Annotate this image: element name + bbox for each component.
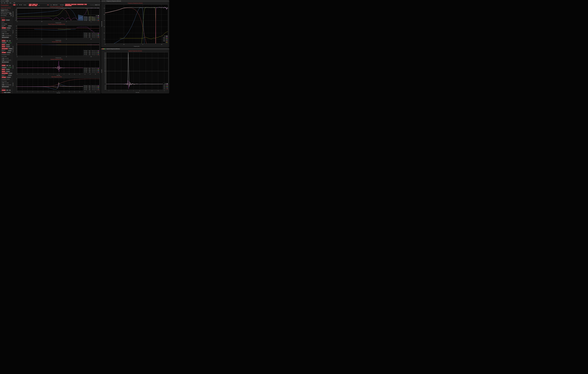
smoothing-select[interactable]: None▼ (95, 4, 100, 5)
maximize-button[interactable] (105, 48, 105, 49)
minimize-button[interactable] (2, 1, 3, 1)
view-step[interactable]: Step (34, 5, 37, 6)
legend-item-fir-filter-1-delay-7-99-ms-2-72-m-[interactable]: FIR Filter 1 - delay ~7.99 ms (2.72 m) (84, 20, 99, 21)
mode-fir[interactable]: FIR (13, 4, 16, 6)
menu-help[interactable]: Help (10, 2, 11, 3)
legend-item-driver-4[interactable]: Driver 4 (163, 84, 168, 86)
driver-3-all-button[interactable]: All (9, 65, 11, 66)
toggle-unwrap-phase[interactable]: Unwrap Phase (77, 4, 84, 5)
legend-item-fir-filter-2-delay-7-94-ms-2-70-m-[interactable]: FIR Filter 2 - delay ~7.94 ms (2.70 m) (84, 53, 99, 54)
legend-item-driver-1[interactable]: Driver 1 (163, 88, 168, 89)
driver-1-iir-filters-button[interactable]: IIR Filters (2, 27, 6, 29)
driver-2-fir-hp-configure-button[interactable]: Configure (6, 46, 10, 47)
driver-2-enabled-button[interactable]: Enabled (2, 40, 6, 42)
driver-2-fir-lp-button[interactable]: FIR LP (2, 44, 5, 45)
legend-item-fir-filter-4-delay-7-96-ms-2-71-m-[interactable]: FIR Filter 4 - delay ~7.96 ms (2.71 m) (84, 85, 99, 87)
window-controls[interactable] (1, 1, 4, 1)
angle-select[interactable]: 0°▼ (53, 4, 58, 5)
legend-item-fir-filter-3-delay-7-94-ms-2-70-m-[interactable]: FIR Filter 3 - delay ~7.94 ms (2.70 m) (84, 87, 99, 88)
view-thd[interactable]: THD (37, 5, 40, 6)
legend-item-fir-filter-4-delay-7-96-ms-2-71-m-[interactable]: FIR Filter 4 - delay ~7.96 ms (2.71 m) (84, 68, 99, 69)
sampling-frequency-select[interactable]: 93.75k▼ (1, 10, 8, 11)
driver-2-manage-ir-button[interactable]: Manage IR (2, 42, 7, 43)
driver-3-fir-correction-button[interactable]: FIR Correction (2, 73, 8, 74)
legend-item-fir-filter-1-delay-7-99-ms-2-72-m-[interactable]: FIR Filter 1 - delay ~7.99 ms (2.72 m) (84, 54, 99, 55)
driver-1-fir-lp-configure-button[interactable]: Configure (6, 19, 10, 21)
driver-2-fir-lp-configure-button[interactable]: Configure (6, 44, 10, 45)
close-button[interactable] (1, 1, 2, 1)
legend-item-driver-3[interactable]: Driver 3 (163, 86, 168, 87)
legend-item-driver-2[interactable]: Driver 2 (163, 39, 167, 41)
driver-3-fir-lp-configure-button[interactable]: Configure (6, 69, 10, 70)
mode-fir-iir[interactable]: FIR+IIR (19, 4, 23, 6)
legend-item-sum[interactable]: Sum (163, 83, 168, 85)
legend-item-fir-filter-4-delay-7-96-ms-2-71-m-[interactable]: FIR Filter 4 - delay ~7.96 ms (2.71 m) (84, 33, 99, 34)
driver-3-fir-correction-configure-button[interactable]: Configure (8, 73, 12, 74)
project-tab[interactable]: test (13, 2, 15, 3)
driver-3-iir-filters-configure-button[interactable]: Configure (6, 77, 11, 78)
driver-2-remove-button[interactable]: Remove Driver (2, 61, 9, 63)
driver-4-all-button[interactable]: All (9, 90, 11, 91)
legend-item-driver-3[interactable]: Driver 3 (163, 38, 167, 39)
view-ir[interactable]: IR (32, 5, 34, 6)
maximize-button[interactable] (105, 1, 105, 1)
legend-item-fir-filter-3-delay-7-94-ms-2-70-m-[interactable]: FIR Filter 3 - delay ~7.94 ms (2.70 m) (84, 18, 99, 19)
legend-item-fir-filter-4-delay-7-96-ms-2-71-m-[interactable]: FIR Filter 4 - delay ~7.96 ms (2.71 m) (84, 50, 99, 52)
legend-item-fir-filter-1-delay-7-99-ms-2-72-m-[interactable]: FIR Filter 1 - delay ~7.99 ms (2.72 m) (84, 72, 99, 73)
legend-item-sum[interactable]: Sum (163, 35, 167, 37)
menu-edit[interactable]: Edit (4, 2, 5, 3)
driver-1-offset-input[interactable]: 0.00 ms (8, 25, 12, 26)
menu-view[interactable]: View (6, 2, 8, 3)
h-axis-button[interactable]: h (47, 4, 49, 5)
driver-3-header[interactable]: ▼Driver 3 (1, 63, 12, 64)
driver-2-invert-polarity-toggle[interactable]: Invert Polarity (2, 56, 7, 57)
legend-item-sum[interactable]: Sum (84, 15, 99, 16)
driver-1-fir-lp-button[interactable]: FIR LP (2, 19, 5, 21)
legend-item-fir-filter-4-delay-7-96-ms-2-71-m-[interactable]: FIR Filter 4 - delay ~7.96 ms (2.71 m) (84, 16, 99, 18)
close-button[interactable] (102, 1, 103, 1)
minimize-button[interactable] (103, 48, 104, 49)
driver-1-fir-correction-label[interactable]: FIR Correction (2, 23, 7, 24)
driver-4-solo-button[interactable]: Solo (6, 90, 9, 91)
export-padding-input[interactable]: 0 (10, 15, 12, 16)
v-axis-label[interactable]: v (49, 4, 50, 5)
driver-3-fir-hp-button[interactable]: FIR HP (2, 71, 5, 72)
driver-2-header[interactable]: ▼Driver 2 (1, 39, 12, 40)
legend-item-fir-filter-3-delay-7-94-ms-2-70-m-[interactable]: FIR Filter 3 - delay ~7.94 ms (2.70 m) (84, 52, 99, 53)
driver-3-invert-polarity-toggle[interactable]: Invert Polarity (2, 81, 7, 82)
legend-item-di[interactable]: DI (163, 42, 167, 43)
driver-2-iir-filters-button[interactable]: IIR Filters (2, 52, 6, 53)
driver-2-solo-button[interactable]: Solo (6, 40, 9, 42)
driver-1-time-delay-input[interactable]: 0.000 (2, 35, 5, 36)
legend-item-fir-filter-2-delay-7-94-ms-2-70-m-[interactable]: FIR Filter 2 - delay ~7.94 ms (2.70 m) (84, 70, 99, 72)
driver-3-fir-lp-button[interactable]: FIR LP (2, 69, 5, 70)
legend-item-fir-filter-1-delay-7-99-ms-2-72-m-[interactable]: FIR Filter 1 - delay ~7.99 ms (2.72 m) (84, 36, 99, 38)
driver-2-gain-input[interactable]: -0.5 (2, 58, 5, 59)
driver-2-fir-correction-configure-button[interactable]: Configure (8, 48, 12, 49)
driver-3-remove-button[interactable]: Remove Driver (2, 86, 9, 87)
legend-item-driver-1[interactable]: Driver 1 (163, 41, 167, 42)
driver-2-fir-correction-button[interactable]: FIR Correction (2, 48, 8, 49)
legend-item-driver-2[interactable]: Driver 2 (163, 87, 168, 88)
filter-length-input[interactable]: 1500 (9, 13, 12, 14)
driver-3-iir-filters-button[interactable]: IIR Filters (2, 77, 6, 78)
driver-1-invert-polarity-toggle[interactable]: Invert Polarity (2, 32, 7, 32)
mode-iir[interactable]: IIR (16, 4, 18, 6)
mode-drivers[interactable]: Drivers (23, 4, 27, 6)
normalize-toggle[interactable]: Normalize (59, 4, 64, 6)
legend-item-fir-filter-1-delay-7-99-ms-2-72-m-[interactable]: FIR Filter 1 - delay ~7.99 ms (2.72 m) (84, 89, 99, 90)
driver-3-offset-input[interactable]: 0.00 ms (8, 75, 12, 76)
legend-item-fir-filter-3-delay-7-94-ms-2-70-m-[interactable]: FIR Filter 3 - delay ~7.94 ms (2.70 m) (84, 69, 99, 70)
driver-4-enabled-button[interactable]: Enabled (2, 90, 6, 91)
minimize-button[interactable] (103, 1, 104, 1)
drivers-frequency-titlebar[interactable]: Frequency Response (Drivers) (101, 0, 169, 2)
driver-2-fir-hp-button[interactable]: FIR HP (2, 46, 5, 47)
driver-3-time-delay-input[interactable]: 0.300 (2, 84, 5, 85)
driver-3-fir-hp-configure-button[interactable]: Configure (6, 71, 10, 72)
maximize-button[interactable] (3, 1, 4, 1)
driver-3-enabled-button[interactable]: Enabled (2, 65, 6, 66)
driver-3-solo-button[interactable]: Solo (6, 65, 9, 66)
legend-item-fir-filter-3-delay-7-94-ms-2-70-m-[interactable]: FIR Filter 3 - delay ~7.94 ms (2.70 m) (84, 34, 99, 35)
driver-1-fir-hp-label[interactable]: FIR HP (2, 22, 4, 22)
legend-item-driver-4[interactable]: Driver 4 (163, 37, 167, 38)
